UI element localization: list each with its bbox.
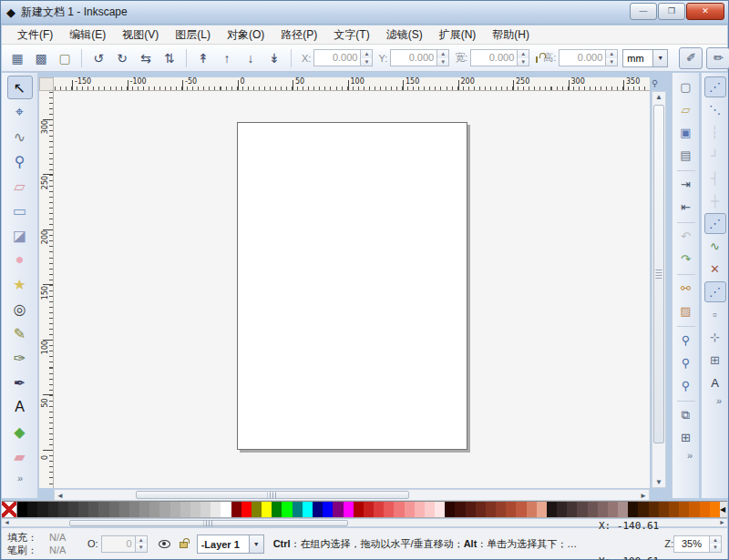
node-tool-icon[interactable]: ⌖	[7, 100, 33, 124]
palette-swatch[interactable]	[506, 502, 516, 517]
pencil-tool-icon[interactable]: ✎	[7, 321, 33, 345]
zoom-selection-icon[interactable]: ⚲	[675, 330, 697, 351]
enable-snapping-icon[interactable]: ⋰	[704, 76, 726, 97]
tweak-tool-icon[interactable]: ∿	[7, 125, 33, 148]
palette-swatch[interactable]	[323, 502, 333, 517]
palette-swatch[interactable]	[567, 502, 577, 517]
ruler-corner[interactable]	[39, 77, 54, 91]
duplicate-icon[interactable]: ⧉	[675, 404, 697, 425]
x-input[interactable]: 0.000	[313, 49, 361, 66]
scroll-left-icon[interactable]: ◄	[56, 492, 64, 500]
palette-swatch[interactable]	[537, 502, 547, 517]
palette-swatch[interactable]	[445, 502, 455, 517]
palette-swatch[interactable]	[241, 502, 252, 517]
snap-bbox-corners-icon[interactable]: ┘	[704, 145, 726, 166]
snap-cusp-nodes-icon[interactable]: ⋰	[704, 281, 726, 302]
palette-swatch[interactable]	[344, 502, 354, 517]
flip-horizontal-icon[interactable]: ⇆	[135, 47, 157, 69]
palette-swatch[interactable]	[180, 502, 190, 517]
vertical-scrollbar[interactable]: ▲ ▼	[652, 91, 666, 488]
palette-swatch[interactable]	[435, 502, 445, 517]
layer-dropdown-icon[interactable]: ▼	[250, 535, 264, 554]
menu-edit[interactable]: 编辑(E)	[61, 25, 114, 45]
palette-swatch[interactable]	[689, 502, 699, 517]
opacity-input[interactable]: 0	[101, 535, 136, 553]
snap-paths-icon[interactable]: ∿	[704, 236, 726, 257]
palette-scroll-left-icon[interactable]: ◄	[4, 519, 10, 525]
transform-corners-toggle[interactable]: ✏	[706, 47, 729, 69]
rotate-ccw-icon[interactable]: ↺	[87, 47, 109, 69]
zoom-spinner[interactable]: ▲▼	[710, 535, 722, 553]
palette-swatch[interactable]	[170, 502, 180, 517]
toolbox-overflow-chevron[interactable]: »	[17, 473, 22, 484]
measure-tool-icon[interactable]: ▱	[7, 174, 33, 198]
palette-swatch[interactable]	[17, 502, 27, 517]
unit-select[interactable]: mm ▼	[622, 49, 668, 67]
palette-swatch[interactable]	[415, 502, 425, 517]
zoom-corner-icon[interactable]: ⚲	[652, 78, 658, 88]
color-none-swatch[interactable]	[2, 502, 17, 517]
scroll-up-icon[interactable]: ▲	[652, 93, 665, 101]
zoom-tool-icon[interactable]: ⚲	[7, 149, 33, 173]
palette-swatch[interactable]	[88, 502, 98, 517]
palette-swatch[interactable]	[527, 502, 537, 517]
palette-scroll-thumb[interactable]	[69, 520, 348, 526]
snap-overflow-chevron[interactable]: »	[716, 395, 721, 406]
spell-check-icon[interactable]: ⚯	[675, 278, 697, 299]
palette-swatch[interactable]	[466, 502, 476, 517]
palette-swatch[interactable]	[333, 502, 343, 517]
export-icon[interactable]: ⇤	[675, 197, 697, 218]
ellipse-tool-icon[interactable]: ●	[7, 248, 33, 271]
palette-swatch[interactable]	[109, 502, 119, 517]
palette-swatch[interactable]	[700, 502, 710, 517]
palette-swatch[interactable]	[262, 502, 272, 517]
zoom-drawing-icon[interactable]: ⚲	[675, 352, 697, 373]
menu-file[interactable]: 文件(F)	[9, 25, 61, 45]
palette-swatch[interactable]	[68, 502, 78, 517]
palette-scroll-right-arrow-icon[interactable]: ►	[719, 519, 725, 525]
snap-bounding-box-icon[interactable]: ⋱	[704, 99, 726, 120]
menu-path[interactable]: 路径(P)	[272, 25, 325, 45]
palette-swatch[interactable]	[710, 502, 720, 517]
palette-swatch[interactable]	[516, 502, 526, 517]
horizontal-scroll-thumb[interactable]	[136, 491, 409, 499]
palette-swatch[interactable]	[486, 502, 496, 517]
menu-object[interactable]: 对象(O)	[219, 25, 272, 45]
menu-extensions[interactable]: 扩展(N)	[431, 25, 485, 45]
palette-swatch[interactable]	[405, 502, 415, 517]
undo-icon[interactable]: ↶	[675, 226, 697, 247]
horizontal-scrollbar[interactable]: ◄ ►	[54, 489, 650, 501]
layer-select[interactable]: -Layer 1 ▼	[197, 535, 264, 554]
rectangle-tool-icon[interactable]: ▭	[7, 199, 33, 222]
commands-overflow-chevron[interactable]: »	[687, 450, 692, 461]
menu-layer[interactable]: 图层(L)	[167, 25, 219, 45]
lower-icon[interactable]: ↓	[240, 47, 262, 69]
snap-path-intersections-icon[interactable]: ✕	[704, 259, 726, 280]
horizontal-ruler[interactable]: -150-100-50050100150200250300350	[54, 77, 650, 91]
palette-swatch[interactable]	[231, 502, 241, 517]
print-icon[interactable]: ▤	[675, 145, 697, 166]
fill-stroke-indicator[interactable]: 填充： N/A 笔刷： N/A	[7, 531, 78, 556]
zoom-input[interactable]: 35%	[673, 535, 710, 553]
palette-swatch[interactable]	[679, 502, 689, 517]
lower-to-bottom-icon[interactable]: ↡	[263, 47, 285, 69]
menu-text[interactable]: 文字(T)	[325, 25, 377, 45]
snap-bbox-edge-midpoints-icon[interactable]: ┤	[704, 168, 726, 188]
box-3d-tool-icon[interactable]: ◪	[7, 223, 33, 247]
scroll-down-icon[interactable]: ▼	[652, 478, 665, 486]
palette-swatch[interactable]	[455, 502, 465, 517]
palette-swatch[interactable]	[210, 502, 221, 517]
canvas[interactable]	[54, 91, 650, 488]
selector-tool-icon[interactable]: ↖	[7, 76, 33, 99]
flip-vertical-icon[interactable]: ⇅	[159, 47, 180, 69]
layer-visibility-icon[interactable]	[159, 540, 170, 548]
palette-swatch[interactable]	[557, 502, 567, 517]
palette-swatch[interactable]	[364, 502, 374, 517]
palette-swatch[interactable]	[577, 502, 587, 517]
redo-icon[interactable]: ↷	[675, 249, 697, 270]
opacity-spinner[interactable]: ▲▼	[136, 535, 148, 553]
palette-swatch[interactable]	[200, 502, 210, 517]
palette-swatch[interactable]	[303, 502, 313, 517]
deselect-icon[interactable]: ▢	[54, 47, 76, 69]
bucket-fill-tool-icon[interactable]: ◆	[7, 420, 33, 443]
